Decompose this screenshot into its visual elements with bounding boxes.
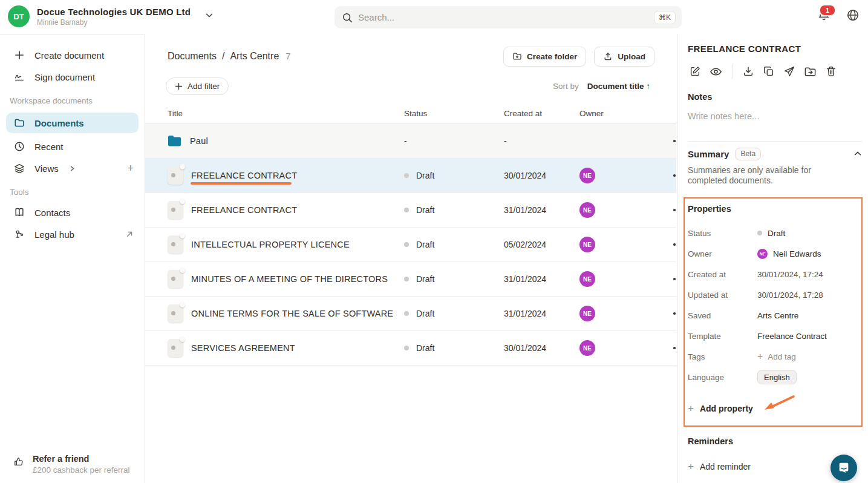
created-at: 31/01/2024 (504, 274, 579, 284)
document-title[interactable]: FREELANCE CONTRACT (191, 171, 297, 180)
documents-table: Title Status Created at Owner Paul - - (145, 104, 676, 366)
search-input[interactable] (358, 12, 654, 22)
add-tag-button[interactable]: +Add tag (757, 351, 796, 362)
table-row[interactable]: FREELANCE CONTRACT Draft 31/01/2024 NE (145, 193, 676, 228)
sidebar-item-recent[interactable]: Recent (0, 136, 145, 157)
divider (688, 141, 862, 142)
notes-input[interactable]: Write notes here... (688, 111, 862, 121)
scales-icon (13, 229, 25, 240)
created-at: - (504, 136, 579, 146)
property-owner: Owner NENeil Edwards (688, 243, 862, 264)
owner-avatar[interactable]: NE (579, 306, 595, 321)
sidebar-item-sign-document[interactable]: Sign document (0, 66, 145, 88)
created-at: 05/02/2024 (504, 240, 579, 249)
owner-avatar: NE (757, 249, 768, 259)
add-view-button[interactable]: + (127, 162, 134, 175)
column-header-owner[interactable]: Owner (579, 109, 637, 118)
language-globe-button[interactable] (846, 8, 860, 22)
download-icon[interactable] (741, 64, 755, 79)
owner-avatar[interactable]: NE (579, 340, 595, 356)
collapse-chevron-up-icon[interactable] (853, 150, 862, 158)
status-dot (404, 277, 409, 281)
column-header-title[interactable]: Title (168, 109, 404, 118)
document-icon (168, 270, 183, 288)
create-folder-icon (512, 51, 522, 61)
chevron-down-icon[interactable] (205, 11, 214, 22)
send-icon[interactable] (782, 64, 797, 79)
chat-bubble-icon (837, 461, 850, 475)
table-row[interactable]: SERVICES AGREEMENT Draft 30/01/2024 NE (145, 331, 676, 366)
summary-text: Summaries are only available for complet… (688, 165, 851, 186)
upload-button[interactable]: Upload (594, 47, 654, 67)
edit-icon[interactable] (688, 64, 702, 79)
add-property-button[interactable]: + Add property (688, 400, 862, 417)
refer-a-friend[interactable]: Refer a friend £200 cashback per referra… (0, 448, 145, 481)
preview-eye-icon[interactable] (708, 64, 723, 79)
workspace-switcher[interactable]: DT Docue Technologies UK DEMO Ltd Minnie… (8, 5, 214, 27)
notes-label: Notes (688, 92, 862, 102)
create-folder-button[interactable]: Create folder (503, 47, 586, 67)
main-content: Documents / Arts Centre 7 Create folder … (145, 34, 677, 483)
sidebar: Create document Sign document Workspace … (0, 34, 145, 483)
notifications-button[interactable]: 1 (817, 8, 830, 22)
breadcrumb-documents[interactable]: Documents (168, 51, 217, 62)
sidebar-item-documents[interactable]: Documents (6, 113, 139, 133)
layers-icon (13, 163, 25, 174)
column-header-status[interactable]: Status (404, 109, 504, 118)
property-tags: Tags +Add tag (688, 346, 862, 367)
document-icon (168, 304, 183, 323)
document-title[interactable]: Paul (190, 136, 208, 146)
search-bar[interactable]: ⌘K (334, 6, 682, 28)
owner-avatar[interactable]: NE (579, 202, 595, 218)
table-row[interactable]: Paul - - (145, 124, 676, 159)
properties-list: Status Draft Owner NENeil Edwards Create… (688, 223, 862, 387)
move-to-folder-icon[interactable] (803, 64, 818, 79)
sort-value[interactable]: Document title ↑ (587, 82, 650, 91)
document-title[interactable]: MINUTES OF A MEETING OF THE DIRECTORS (191, 274, 388, 284)
document-title[interactable]: INTELLECTUAL PROPERTY LICENCE (191, 240, 350, 249)
duplicate-icon[interactable] (762, 64, 776, 79)
column-header-created-at[interactable]: Created at (504, 109, 579, 118)
workspace-name: Docue Technologies UK DEMO Ltd (37, 7, 191, 17)
status-dot (404, 208, 409, 212)
reminders-label: Reminders (688, 436, 862, 446)
table-row[interactable]: ONLINE TERMS FOR THE SALE OF SOFTWARE Dr… (145, 297, 676, 331)
table-row[interactable]: MINUTES OF A MEETING OF THE DIRECTORS Dr… (145, 262, 676, 297)
property-language: Language English (688, 367, 862, 387)
delete-trash-icon[interactable] (824, 64, 838, 79)
sidebar-item-legal-hub[interactable]: Legal hub (0, 223, 145, 245)
document-count: 7 (286, 51, 290, 61)
owner-avatar[interactable]: NE (579, 271, 595, 287)
document-icon (168, 235, 183, 254)
owner-avatar[interactable]: NE (579, 237, 595, 252)
sidebar-item-create-document[interactable]: Create document (0, 44, 145, 66)
detail-toolbar (688, 63, 862, 80)
refer-subtitle: £200 cashback per referral (33, 465, 130, 475)
table-body: Paul - - FREELANCE CONTRACT Draft (145, 124, 676, 366)
owner-avatar[interactable]: NE (579, 168, 595, 183)
plus-icon (13, 50, 25, 60)
document-title[interactable]: ONLINE TERMS FOR THE SALE OF SOFTWARE (191, 309, 393, 318)
document-icon (168, 201, 183, 219)
table-row[interactable]: FREELANCE CONTRACT Draft 30/01/2024 NE (145, 159, 676, 193)
breadcrumb: Documents / Arts Centre 7 (168, 51, 291, 62)
status-dot (757, 231, 762, 235)
sidebar-item-label: Documents (34, 118, 84, 128)
sidebar-item-label: Sign document (34, 72, 95, 82)
add-filter-button[interactable]: Add filter (166, 77, 229, 95)
external-link-icon (125, 230, 134, 238)
sidebar-item-contacts[interactable]: Contacts (0, 202, 145, 223)
table-row[interactable]: INTELLECTUAL PROPERTY LICENCE Draft 05/0… (145, 228, 676, 262)
table-header: Title Status Created at Owner (145, 104, 676, 124)
sidebar-item-label: Contacts (34, 208, 70, 218)
document-title[interactable]: FREELANCE CONTRACT (191, 205, 297, 215)
chevron-right-icon[interactable] (69, 163, 76, 174)
sidebar-item-views[interactable]: Views + (0, 157, 145, 179)
breadcrumb-current-folder[interactable]: Arts Centre (230, 51, 279, 62)
language-pill[interactable]: English (757, 370, 797, 384)
sidebar-section-workspace-documents: Workspace documents (0, 88, 145, 110)
chat-launcher-button[interactable] (830, 455, 857, 481)
thumbs-up-icon (13, 456, 24, 467)
document-title[interactable]: SERVICES AGREEMENT (191, 343, 295, 353)
sidebar-item-label: Recent (34, 142, 64, 152)
